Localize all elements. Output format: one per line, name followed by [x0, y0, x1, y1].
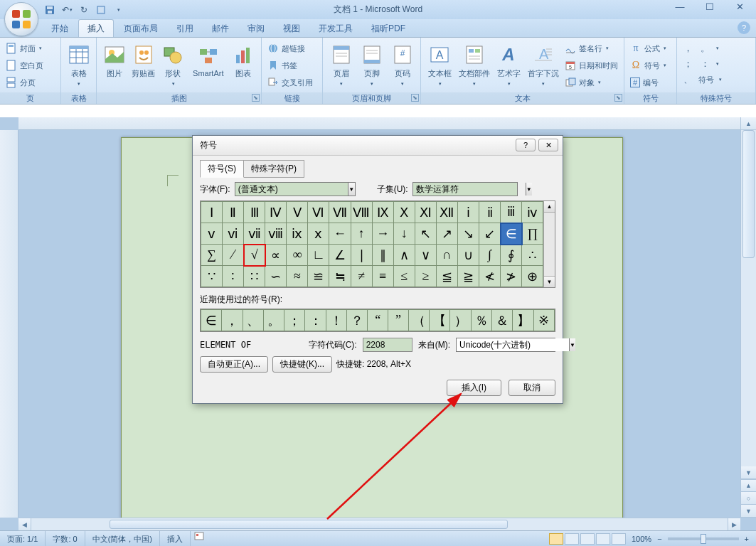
- tab-references[interactable]: 引用: [168, 20, 202, 37]
- cover-page-button[interactable]: 封面▾: [4, 41, 45, 56]
- vertical-scrollbar[interactable]: ▲ ▼ ▲ ○ ▼: [740, 117, 756, 518]
- recent-symbol-cell[interactable]: 、: [243, 310, 263, 331]
- crossref-button[interactable]: 交叉引用: [266, 75, 314, 90]
- tab-mailings[interactable]: 邮件: [203, 20, 238, 37]
- special-char[interactable]: ；: [681, 58, 694, 70]
- symbol-cell[interactable]: ∕: [223, 245, 244, 266]
- tab-special-chars[interactable]: 特殊字符(P): [244, 160, 304, 178]
- scroll-right-icon[interactable]: ▶: [728, 518, 740, 530]
- symbol-cell[interactable]: ≈: [287, 266, 308, 287]
- scroll-down-icon[interactable]: ▼: [741, 466, 756, 479]
- scroll-down-icon[interactable]: ▼: [544, 276, 555, 287]
- symbol-cell[interactable]: ≌: [308, 266, 329, 287]
- symbol-cell[interactable]: ≒: [329, 266, 351, 287]
- symbol-cell[interactable]: ∧: [393, 245, 415, 266]
- symbol-cell[interactable]: ∴: [522, 245, 543, 266]
- symbol-cell[interactable]: Ⅵ: [308, 202, 329, 223]
- blank-page-button[interactable]: 空白页: [4, 58, 45, 73]
- symbol-cell[interactable]: ∽: [265, 266, 287, 287]
- quickparts-button[interactable]: 文档部件▾: [457, 41, 491, 88]
- prev-page-icon[interactable]: ▲: [741, 479, 756, 492]
- minimize-button[interactable]: —: [668, 0, 692, 13]
- symbol-cell[interactable]: ↑: [351, 223, 372, 245]
- symbol-cell[interactable]: ≥: [415, 266, 436, 287]
- symbol-cell[interactable]: ←: [329, 223, 351, 245]
- symbol-cell[interactable]: ⅶ: [244, 223, 265, 245]
- recent-symbol-cell[interactable]: ；: [284, 310, 305, 331]
- scroll-thumb[interactable]: [110, 520, 508, 529]
- symbol-cell[interactable]: ∨: [415, 245, 436, 266]
- recent-symbol-cell[interactable]: 【: [430, 310, 450, 331]
- tab-foxit-pdf[interactable]: 福昕PDF: [363, 20, 414, 37]
- font-input[interactable]: [235, 183, 348, 196]
- recent-symbol-cell[interactable]: 】: [513, 310, 533, 331]
- dialog-close-button[interactable]: ✕: [538, 139, 558, 151]
- char-code-input[interactable]: [363, 338, 412, 352]
- status-language[interactable]: 中文(简体，中国): [85, 531, 160, 546]
- table-button[interactable]: 表格▾: [65, 41, 92, 88]
- symbol-cell[interactable]: ↘: [457, 223, 479, 245]
- textbox-button[interactable]: A文本框▾: [425, 41, 454, 88]
- browse-object-icon[interactable]: ○: [741, 492, 756, 505]
- bookmark-button[interactable]: 书签: [266, 58, 314, 73]
- qat-redo-icon[interactable]: ↻: [77, 3, 91, 17]
- shortcut-key-button[interactable]: 快捷键(K)...: [272, 356, 332, 373]
- qat-repeat-icon[interactable]: [94, 3, 108, 17]
- symbol-cell[interactable]: ↖: [415, 223, 436, 245]
- smartart-button[interactable]: SmartArt: [189, 41, 228, 78]
- maximize-button[interactable]: ☐: [698, 0, 722, 13]
- symbol-cell[interactable]: ⊕: [522, 266, 543, 287]
- symbol-cell[interactable]: Ⅰ: [201, 202, 223, 223]
- recent-symbol-cell[interactable]: ）: [450, 310, 471, 331]
- symbol-button[interactable]: Ω符号▾: [629, 58, 668, 73]
- qat-save-icon[interactable]: [43, 3, 57, 17]
- symbol-cell[interactable]: ≮: [479, 266, 501, 287]
- symbol-cell[interactable]: ⅸ: [287, 223, 308, 245]
- recent-symbol-cell[interactable]: ！: [326, 310, 346, 331]
- symbol-cell[interactable]: Ⅱ: [223, 202, 244, 223]
- qat-customize-icon[interactable]: ▾: [111, 3, 125, 17]
- special-char[interactable]: ：: [698, 58, 711, 70]
- dialog-launcher-icon[interactable]: ⬊: [252, 94, 260, 102]
- dropdown-icon[interactable]: ▼: [348, 183, 355, 196]
- symbol-cell[interactable]: ∫: [479, 245, 501, 266]
- horizontal-scrollbar[interactable]: ◀ ▶: [18, 518, 740, 530]
- symbol-cell[interactable]: ≡: [372, 266, 393, 287]
- scroll-thumb[interactable]: [742, 130, 755, 258]
- special-char[interactable]: 。: [698, 42, 711, 55]
- symbol-cell[interactable]: ∵: [201, 266, 223, 287]
- tab-view[interactable]: 视图: [275, 20, 309, 37]
- close-button[interactable]: ✕: [728, 0, 752, 13]
- tab-home[interactable]: 开始: [43, 20, 77, 37]
- symbol-cell[interactable]: Ⅸ: [372, 202, 393, 223]
- symbol-cell[interactable]: Ⅷ: [351, 202, 372, 223]
- symbol-cell[interactable]: ∷: [244, 266, 265, 287]
- hyperlink-button[interactable]: 超链接: [266, 41, 314, 56]
- footer-button[interactable]: 页脚▾: [358, 41, 385, 88]
- symbol-cell[interactable]: ⅹ: [308, 223, 329, 245]
- signature-line-button[interactable]: 签名行▾: [563, 41, 619, 56]
- scroll-up-icon[interactable]: ▲: [544, 201, 555, 213]
- tab-developer[interactable]: 开发工具: [310, 20, 361, 37]
- dialog-launcher-icon[interactable]: ⬊: [614, 94, 622, 102]
- draft-view[interactable]: [612, 533, 626, 545]
- symbol-cell[interactable]: ⅰ: [457, 202, 479, 223]
- special-char[interactable]: 、: [681, 73, 694, 86]
- symbol-cell[interactable]: ⅱ: [479, 202, 501, 223]
- status-words[interactable]: 字数: 0: [46, 531, 85, 546]
- recent-symbol-cell[interactable]: ？: [347, 310, 368, 331]
- chart-button[interactable]: 图表: [230, 41, 257, 78]
- dialog-help-button[interactable]: ?: [516, 139, 536, 151]
- object-button[interactable]: 对象▾: [563, 75, 619, 90]
- symbol-cell[interactable]: ≧: [457, 266, 479, 287]
- tab-insert[interactable]: 插入: [78, 19, 114, 37]
- tab-review[interactable]: 审阅: [239, 20, 273, 37]
- recent-symbol-cell[interactable]: ，: [222, 310, 243, 331]
- tab-symbols[interactable]: 符号(S): [200, 160, 244, 178]
- zoom-level[interactable]: 100%: [632, 535, 651, 543]
- recent-symbol-cell[interactable]: ＆: [492, 310, 513, 331]
- number-button[interactable]: #编号: [629, 75, 668, 90]
- symbol-cell[interactable]: Ⅴ: [287, 202, 308, 223]
- symbol-cell[interactable]: ⅳ: [522, 202, 543, 223]
- clipart-button[interactable]: 剪贴画: [130, 41, 156, 78]
